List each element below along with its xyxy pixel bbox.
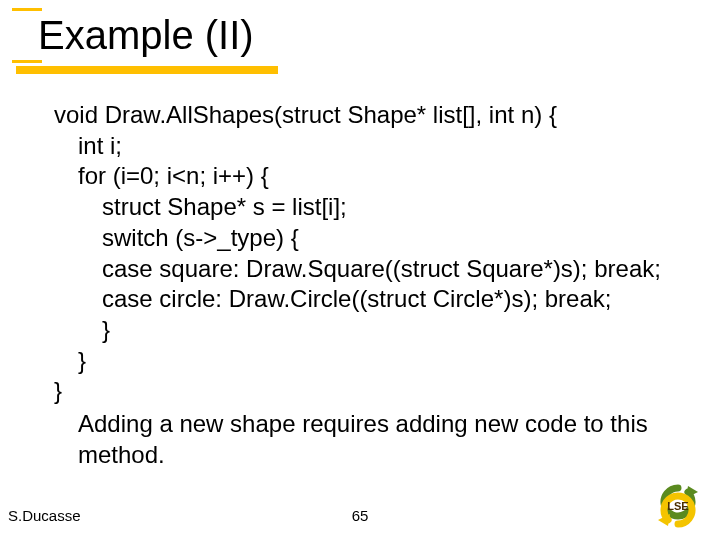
footer-page-number: 65 [352,507,369,524]
code-note: Adding a new shape requires adding new c… [54,409,690,470]
title-underline-bar [16,66,278,74]
code-line: for (i=0; i<n; i++) { [54,161,690,192]
title-container: Example (II) [38,14,254,56]
code-line: int i; [54,131,690,162]
code-line: struct Shape* s = list[i]; [54,192,690,223]
logo-text: LSE [667,500,688,512]
slide-body: void Draw.AllShapes(struct Shape* list[]… [54,100,690,471]
code-line: } [54,346,690,377]
code-line: case square: Draw.Square((struct Square*… [54,254,690,285]
title-accent-bar-left [12,60,42,63]
slide-title: Example (II) [38,14,254,56]
code-signature: void Draw.AllShapes(struct Shape* list[]… [54,100,690,131]
code-line: } [54,376,690,407]
lse-logo-icon: LSE [654,482,702,530]
slide: Example (II) void Draw.AllShapes(struct … [0,0,720,540]
code-line: case circle: Draw.Circle((struct Circle*… [54,284,690,315]
code-line: switch (s->_type) { [54,223,690,254]
footer-author: S.Ducasse [8,507,81,524]
title-accent-bar-top [12,8,42,11]
code-line: } [54,315,690,346]
